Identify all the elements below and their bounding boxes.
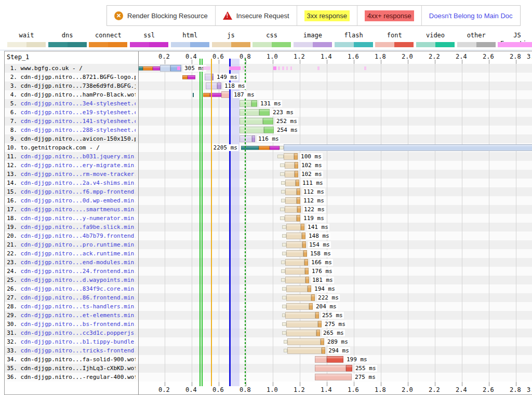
request-bar-jsL[interactable] bbox=[286, 303, 309, 310]
request-url[interactable]: 33. cdn-djjgp.nitro...tricks-frontend.js bbox=[5, 346, 136, 355]
request-url[interactable]: 15. cdn-djjgp.nitro...f6.mpp-frontend.js bbox=[5, 187, 136, 196]
request-url[interactable]: 35. cdn-djjgp.nitro...IjhLq3-cXbKD.woff2 bbox=[5, 364, 136, 373]
request-url-text[interactable]: cdn-djjgp.nitro...tricks-frontend.js bbox=[17, 347, 136, 354]
request-url-text[interactable]: cdn-djjgp.nitro...ack.runtime.min.js bbox=[17, 250, 136, 257]
request-bar-wt[interactable] bbox=[281, 199, 285, 202]
request-bar-jsL[interactable] bbox=[286, 321, 318, 328]
request-bar-wt[interactable] bbox=[280, 164, 285, 167]
request-bar-jsL[interactable] bbox=[285, 259, 304, 266]
request-url-text[interactable]: cdn-djjgp.nitro...2a.v4-shims.min.js bbox=[17, 180, 136, 186]
request-bar-jsD[interactable] bbox=[321, 338, 324, 345]
request-url[interactable]: 4. cdn-djjgp.nitro...hamPro-Black.woff2 bbox=[5, 90, 136, 99]
request-bar-wt[interactable] bbox=[281, 278, 285, 282]
request-bar-wt[interactable] bbox=[282, 331, 286, 335]
request-url[interactable]: 31. cdn-djjgp.nitro...cc3d1c.popperjs.js bbox=[5, 329, 136, 337]
request-url[interactable]: 26. cdn-djjgp.nitro...834f9c.core.min.js bbox=[5, 284, 136, 293]
request-url-text[interactable]: cdn-djjgp.nitro...0d.wp-embed.min.js bbox=[17, 197, 136, 204]
request-bar-wt[interactable] bbox=[281, 261, 285, 264]
request-url-text[interactable]: cdn-djjgp.nitro...3e4-stylesheet.css bbox=[17, 100, 136, 107]
request-bar-jsL[interactable] bbox=[285, 188, 297, 195]
request-url[interactable]: 24. cdn-djjgp.nitro...24.frontend.min.js bbox=[5, 267, 136, 276]
request-bar-jsD[interactable] bbox=[302, 233, 305, 239]
request-url[interactable]: 8. cdn-djjgp.nitro...288-stylesheet.css bbox=[5, 126, 136, 134]
request-bar-jsD[interactable] bbox=[322, 347, 325, 354]
request-bar-imL[interactable] bbox=[240, 135, 252, 142]
request-url[interactable]: 21. cdn-djjgp.nitro...pro.runtime.min.js bbox=[5, 240, 136, 249]
request-url-text[interactable]: cdn-djjgp.nitro...IjhLq3-cXbKD.woff2 bbox=[17, 365, 136, 372]
request-url-text[interactable]: cdn-djjgp.nitro...pro.runtime.min.js bbox=[17, 241, 136, 248]
request-url-text[interactable]: www.bgfg.co.uk - / bbox=[17, 65, 83, 72]
request-url-text[interactable]: cdn-djjgp.nitro...e19-stylesheet.css bbox=[17, 109, 136, 116]
request-bar-fnD[interactable] bbox=[346, 365, 352, 372]
request-url-text[interactable]: cdn-djjgp.nitro...24.frontend.min.js bbox=[17, 268, 136, 275]
request-url-text[interactable]: cdn-djjgp.nitro...b031.jquery.min.js bbox=[17, 153, 136, 160]
request-url-text[interactable]: cdn-djjgp.nitro...288-stylesheet.css bbox=[17, 127, 136, 133]
request-url-text[interactable]: cdn-djjgp.nitro...fa9be.slick.min.js bbox=[17, 224, 136, 230]
request-bar-jsL[interactable] bbox=[286, 250, 303, 257]
request-bar-jsL[interactable] bbox=[285, 206, 297, 213]
request-bar-fnL[interactable] bbox=[315, 365, 346, 372]
request-url-text[interactable]: cdn-djjgp.nitro...f6.mpp-frontend.js bbox=[17, 188, 136, 195]
request-bar-jsL[interactable] bbox=[286, 330, 316, 336]
request-bar-con[interactable] bbox=[203, 93, 210, 97]
request-bar-jsL[interactable] bbox=[286, 233, 302, 239]
request-url-text[interactable]: cdn-djjgp.nitro...rm-move-tracker.js bbox=[17, 171, 136, 178]
request-url[interactable]: 17. cdn-djjgp.nitro....smartmenus.min.js bbox=[5, 205, 136, 214]
request-bar-jsD[interactable] bbox=[309, 303, 313, 310]
request-bar-jsL[interactable] bbox=[287, 338, 321, 345]
request-bar-wt[interactable] bbox=[282, 296, 286, 299]
request-url[interactable]: 13. cdn-djjgp.nitro...rm-move-tracker.js bbox=[5, 170, 136, 179]
request-url-text[interactable]: cdn-djjgp.nitro...ts-handlers.min.js bbox=[17, 303, 136, 310]
request-url[interactable]: 25. cdn-djjgp.nitro...d.waypoints.min.js bbox=[5, 276, 136, 284]
request-bar-csD[interactable] bbox=[259, 109, 270, 116]
request-url[interactable]: 7. cdn-djjgp.nitro...141-stylesheet.css bbox=[5, 117, 136, 126]
request-url-text[interactable]: cdn-djjgp.nitro...141-stylesheet.css bbox=[17, 118, 136, 125]
request-bar-wt[interactable] bbox=[282, 234, 286, 238]
request-url[interactable]: 36. cdn-djjgp.nitro...-regular-400.woff2 bbox=[5, 373, 136, 382]
request-bar-jsL[interactable] bbox=[286, 294, 311, 301]
request-bar-con[interactable] bbox=[143, 66, 153, 71]
request-bar-jsD[interactable] bbox=[297, 197, 300, 204]
request-url-text[interactable]: cdn-djjgp.nitro...fa-solid-900.woff2 bbox=[17, 356, 136, 363]
request-bar-wt[interactable] bbox=[277, 155, 284, 158]
legend-not-main-doc[interactable]: Doesn't Belong to Main Doc bbox=[421, 6, 520, 25]
request-bar-jsL[interactable] bbox=[285, 180, 296, 186]
not-main-doc-link[interactable]: Doesn't Belong to Main Doc bbox=[429, 12, 513, 20]
request-bar-csL[interactable] bbox=[240, 109, 259, 116]
request-bar-wt[interactable] bbox=[281, 181, 285, 185]
request-bar-jsD[interactable] bbox=[316, 330, 320, 336]
request-bar-jsL[interactable] bbox=[285, 215, 297, 222]
request-bar-htL[interactable] bbox=[160, 65, 170, 72]
request-bar-wt[interactable] bbox=[284, 349, 287, 352]
request-bar-wt[interactable] bbox=[282, 322, 286, 326]
request-bar-wt[interactable] bbox=[280, 216, 285, 220]
request-url[interactable]: 16. cdn-djjgp.nitro...0d.wp-embed.min.js bbox=[5, 196, 136, 205]
request-url[interactable]: 10. to.getnitropack.com - / bbox=[5, 143, 136, 152]
request-url-text[interactable]: cdn-djjgp.nitro...834f9c.core.min.js bbox=[17, 285, 136, 292]
request-bar-wt[interactable] bbox=[282, 252, 286, 255]
request-bar-con[interactable] bbox=[182, 75, 188, 79]
request-bar-jsD[interactable] bbox=[303, 250, 307, 257]
request-url-text[interactable]: cdn-djjgp.nitro...d.waypoints.min.js bbox=[17, 277, 136, 283]
request-bar-csD[interactable] bbox=[263, 118, 273, 125]
request-bar-wt[interactable] bbox=[284, 340, 287, 344]
request-url[interactable]: 14. cdn-djjgp.nitro...2a.v4-shims.min.js bbox=[5, 179, 136, 187]
request-bar-jsL[interactable] bbox=[284, 153, 294, 160]
request-url[interactable]: 9. cdn-djjgp.nitro...avicon-150x150.png bbox=[5, 134, 136, 143]
request-bar-wt[interactable] bbox=[280, 208, 285, 211]
request-url[interactable]: 29. cdn-djjgp.nitro...et-elements.min.js bbox=[5, 311, 136, 320]
request-bar-dns[interactable] bbox=[138, 66, 143, 71]
request-bar-jsL[interactable] bbox=[286, 241, 302, 248]
request-bar-jsD[interactable] bbox=[318, 321, 322, 328]
request-bar-jsD[interactable] bbox=[297, 206, 301, 213]
request-bar-jsD[interactable] bbox=[311, 294, 315, 301]
request-url[interactable]: 11. cdn-djjgp.nitro...b031.jquery.min.js bbox=[5, 152, 136, 161]
request-bar-fnL[interactable] bbox=[315, 374, 352, 380]
request-url-text[interactable]: cdn-djjgp.nitro....smartmenus.min.js bbox=[17, 206, 136, 213]
request-bar-imD[interactable] bbox=[212, 74, 214, 80]
request-url[interactable]: 2. cdn-djjgp.nitro...8721.BGFG-logo.png bbox=[5, 73, 136, 81]
request-bar-jsD[interactable] bbox=[296, 180, 299, 186]
request-bar-wt[interactable] bbox=[282, 287, 286, 291]
request-bar-wt[interactable] bbox=[280, 146, 284, 149]
request-url[interactable]: 6. cdn-djjgp.nitro...e19-stylesheet.css bbox=[5, 108, 136, 117]
